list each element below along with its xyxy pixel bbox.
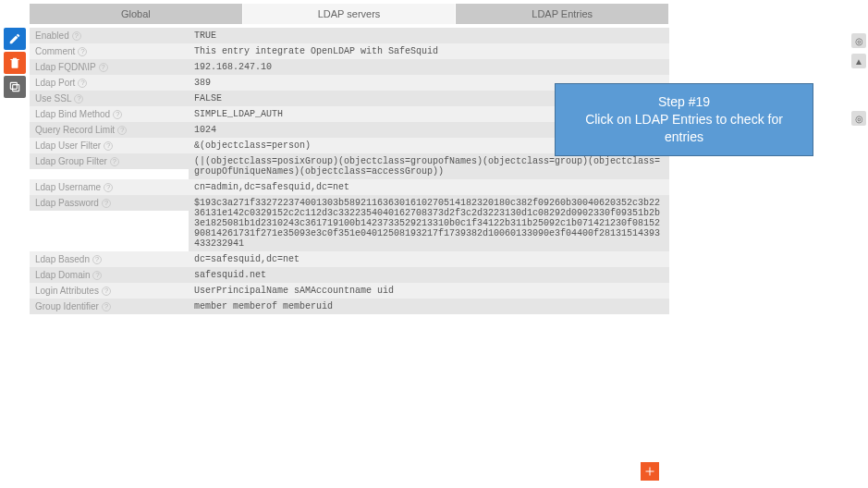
callout-body: Click on LDAP Entries to check for entri… [570,111,798,146]
help-icon[interactable]: ? [92,255,102,264]
scroll-controls: ◎ ▲ ◎ [850,4,868,314]
value-groupfilter: (|(objectclass=posixGroup)(objectclass=g… [189,153,669,179]
callout-title: Step #19 [570,93,798,111]
plus-icon [644,466,655,477]
label-domain: Ldap Domain [35,270,90,280]
svg-rect-1 [10,82,17,89]
help-icon[interactable]: ? [110,157,119,166]
config-table: Enabled?TRUE Comment?This entry integrat… [30,28,669,314]
value-username: cn=admin,dc=safesquid,dc=net [189,179,669,195]
help-icon[interactable]: ? [78,47,87,56]
value-comment: This entry integrate OpenLDAP with SafeS… [189,43,669,59]
label-userfilter: Ldap User Filter [35,140,101,151]
help-icon[interactable]: ? [117,126,127,135]
label-groupid: Group Identifier [35,301,99,311]
label-loginattr: Login Attributes [35,286,99,296]
target-icon[interactable]: ◎ [851,33,866,48]
label-comment: Comment [35,46,75,56]
value-password: $193c3a271f332722374001303b5892116363016… [189,195,669,251]
help-icon[interactable]: ? [102,287,111,296]
step-callout: Step #19 Click on LDAP Entries to check … [555,83,813,156]
value-enabled: TRUE [189,28,669,43]
label-username: Ldap Username [35,182,101,192]
tab-ldap-entries[interactable]: LDAP Entries [456,4,669,24]
label-enabled: Enabled [35,30,69,41]
tab-ldap-servers[interactable]: LDAP servers [243,4,457,24]
label-limit: Query Record Limit [35,125,115,135]
label-ssl: Use SSL [35,93,71,104]
label-bind: Ldap Bind Method [35,109,110,119]
help-icon[interactable]: ? [92,271,102,280]
help-icon[interactable]: ? [102,199,111,208]
delete-button[interactable] [4,52,26,74]
value-groupid: member memberof memberuid [189,299,669,314]
value-loginattr: UserPrincipalName sAMAccountname uid [189,283,669,299]
label-fqdn: Ldap FQDN\IP [35,62,96,72]
copy-button[interactable] [4,76,26,98]
tab-global[interactable]: Global [30,4,243,24]
action-sidebar [4,4,30,314]
scroll-up-icon[interactable]: ▲ [851,54,866,68]
target-icon[interactable]: ◎ [851,111,866,126]
help-icon[interactable]: ? [104,141,113,151]
label-password: Ldap Password [35,198,99,208]
value-fqdn: 192.168.247.10 [189,59,669,75]
help-icon[interactable]: ? [78,79,87,88]
help-icon[interactable]: ? [104,183,113,192]
help-icon[interactable]: ? [72,31,81,41]
help-icon[interactable]: ? [99,63,108,72]
help-icon[interactable]: ? [74,94,83,104]
value-basedn: dc=safesquid,dc=net [189,251,669,267]
edit-button[interactable] [4,28,26,50]
tab-bar: Global LDAP servers LDAP Entries [30,4,669,24]
value-domain: safesquid.net [189,267,669,283]
svg-rect-0 [13,85,19,92]
label-groupfilter: Ldap Group Filter [35,156,107,166]
label-port: Ldap Port [35,78,75,88]
label-basedn: Ldap Basedn [35,254,90,264]
help-icon[interactable]: ? [113,110,122,119]
add-button[interactable] [641,462,659,481]
help-icon[interactable]: ? [102,302,111,311]
